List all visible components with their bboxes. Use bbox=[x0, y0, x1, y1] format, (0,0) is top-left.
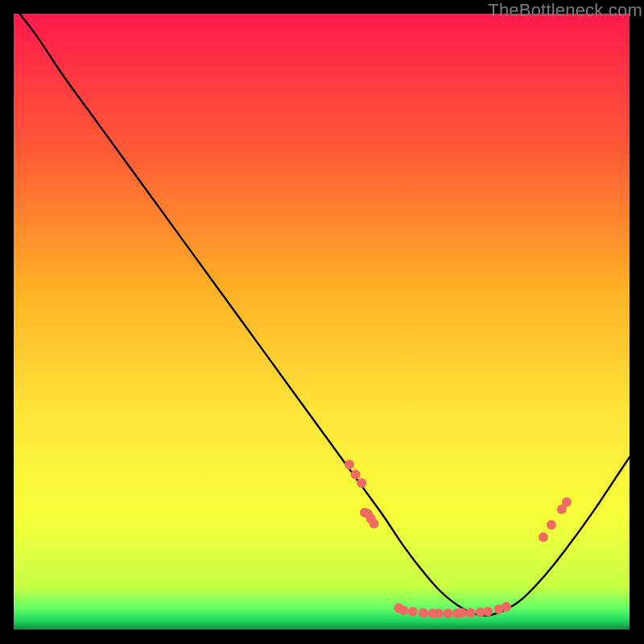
scatter-point bbox=[398, 605, 408, 615]
scatter-point bbox=[357, 478, 366, 488]
scatter-point bbox=[443, 609, 452, 618]
scatter-point bbox=[408, 607, 418, 617]
scatter-point bbox=[434, 609, 444, 618]
scatter-point bbox=[483, 607, 493, 617]
scatter-point bbox=[369, 518, 379, 528]
scatter-point bbox=[351, 469, 361, 479]
scatter-point bbox=[547, 520, 556, 530]
watermark-text: TheBottleneck.com bbox=[488, 0, 642, 21]
chart-svg bbox=[14, 14, 630, 630]
chart-frame bbox=[14, 14, 630, 630]
scatter-point bbox=[539, 532, 548, 542]
scatter-point bbox=[419, 608, 428, 617]
gradient-background bbox=[14, 14, 630, 630]
scatter-point bbox=[345, 460, 354, 469]
scatter-point bbox=[466, 608, 476, 617]
scatter-point bbox=[502, 602, 511, 612]
scatter-point bbox=[457, 608, 467, 617]
scatter-point bbox=[562, 497, 572, 507]
